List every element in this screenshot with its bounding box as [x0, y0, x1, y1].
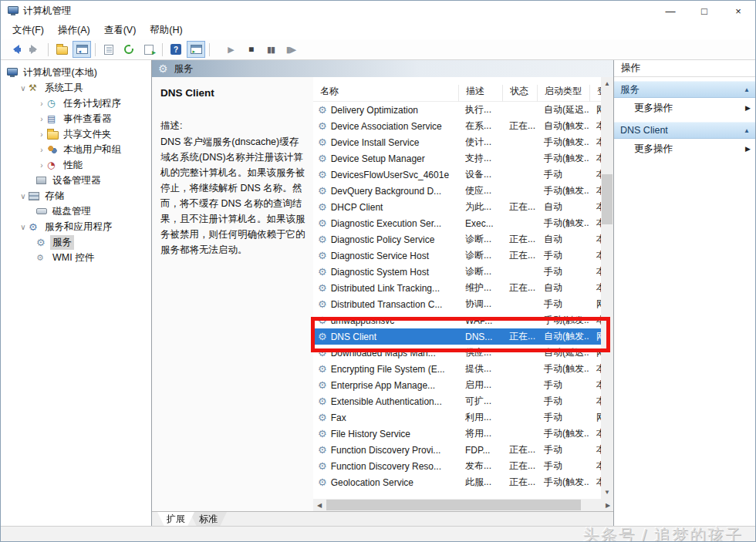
service-row[interactable]: ⚙Distributed Transaction C...协调...手动网 — [313, 296, 601, 312]
column-header-4[interactable]: 登录为 — [589, 85, 601, 102]
restart-service-button[interactable]: ▮▶ — [282, 41, 300, 58]
back-button[interactable] — [5, 41, 24, 58]
service-row[interactable]: ⚙Device Association Service在系...正在...自动(… — [313, 118, 601, 134]
toggle-action-pane-button[interactable]: ▸ — [187, 41, 205, 58]
menu-item-3[interactable]: 帮助(H) — [143, 22, 189, 39]
refresh-button[interactable] — [120, 41, 138, 58]
vertical-scrollbar-thumb[interactable] — [602, 174, 613, 224]
toolbar-separator — [48, 43, 49, 56]
minimize-button[interactable]: — — [653, 1, 687, 21]
toggle-console-tree-button[interactable]: ◂ — [73, 41, 91, 58]
column-header-3[interactable]: 启动类型 — [537, 85, 589, 102]
open-folder-button[interactable] — [52, 41, 71, 58]
toolbar-separator — [162, 43, 163, 56]
tree-item-icon: ◔ — [47, 160, 61, 170]
menu-item-0[interactable]: 文件(F) — [5, 22, 51, 39]
sidebar-item-5[interactable]: ›本地用户和组 — [36, 142, 123, 157]
scroll-down-icon[interactable]: ▼ — [601, 486, 613, 499]
service-row[interactable]: ⚙Diagnostic Service Host诊断...正在...手动本 — [313, 247, 601, 264]
service-name: Diagnostic Policy Service — [331, 234, 435, 245]
column-header-1[interactable]: 描述 — [458, 85, 502, 102]
sidebar-item-12[interactable]: ⚙WMI 控件 — [36, 250, 96, 265]
service-row[interactable]: ⚙Encrypting File System (E...提供...手动(触发.… — [313, 361, 601, 377]
stop-service-button[interactable]: ■ — [241, 41, 260, 58]
tree-item-label: 事件查看器 — [61, 112, 114, 126]
sidebar-item-1[interactable]: ∨⚒系统工具 — [18, 80, 86, 96]
service-startup-cell: 手动 — [537, 168, 589, 181]
column-header-0[interactable]: 名称^ — [313, 85, 458, 102]
service-row[interactable]: ⚙Diagnostic Execution Ser...Exec...手动(触发… — [313, 215, 601, 231]
service-row[interactable]: ⚙DevQuery Background D...使应...手动(触发...本 — [313, 183, 601, 199]
sidebar-item-7[interactable]: 设备管理器 — [36, 173, 103, 188]
chevron-down-icon[interactable]: ∨ — [18, 84, 29, 93]
pause-service-button[interactable]: ▮▮ — [262, 41, 280, 58]
chevron-right-icon[interactable]: › — [36, 115, 47, 123]
sidebar-item-3[interactable]: ›▤事件查看器 — [36, 111, 114, 126]
service-row[interactable]: ⚙Downloaded Maps Man...供应...自动(延迟...网 — [313, 345, 601, 361]
export-list-button[interactable] — [140, 41, 158, 58]
maximize-button[interactable]: □ — [687, 1, 721, 21]
column-header-2[interactable]: 状态 — [502, 85, 537, 102]
service-row[interactable]: ⚙Geolocation Service此服...正在...手动(触发...本 — [313, 474, 601, 490]
properties-button[interactable] — [100, 41, 118, 58]
service-name: DevicesFlowUserSvc_4601e — [331, 170, 449, 180]
service-desc-cell: 协调... — [458, 298, 502, 311]
service-row[interactable]: ⚙Function Discovery Reso...发布...正在...手动本 — [313, 458, 601, 474]
service-row[interactable]: ⚙dmwappushsvcWAP...手动(触发...本 — [313, 312, 601, 328]
service-row[interactable]: ⚙Device Setup Manager支持...手动(触发...本 — [313, 150, 601, 167]
chevron-down-icon[interactable]: ∨ — [18, 223, 29, 231]
horizontal-scrollbar-thumb[interactable] — [326, 500, 581, 510]
start-service-button[interactable]: ▶ — [221, 41, 240, 58]
chevron-right-icon[interactable]: › — [36, 99, 47, 108]
service-row[interactable]: ⚙File History Service将用...手动(触发...本 — [313, 426, 601, 442]
services-pane: ⚙ 服务 DNS Client 描述: DNS 客户端服务(dnscache)缓… — [152, 60, 614, 526]
collapse-icon[interactable]: ▲ — [744, 127, 750, 134]
service-row[interactable]: ⚙Function Discovery Provi...FDP...正在...手… — [313, 442, 601, 458]
menu-item-2[interactable]: 查看(V) — [97, 22, 143, 39]
stop-icon: ■ — [248, 44, 253, 55]
collapse-icon[interactable]: ▲ — [744, 86, 750, 93]
menu-item-1[interactable]: 操作(A) — [51, 22, 97, 39]
close-button[interactable]: × — [721, 1, 755, 21]
sidebar-item-11[interactable]: ⚙服务 — [36, 234, 74, 250]
service-status-cell: 正在... — [502, 476, 537, 489]
scroll-up-icon[interactable]: ▲ — [601, 77, 613, 90]
sidebar-item-6[interactable]: ›◔性能 — [36, 157, 85, 173]
sidebar-item-4[interactable]: ›共享文件夹 — [36, 126, 114, 142]
more-actions-item[interactable]: 更多操作▶ — [614, 139, 756, 159]
chevron-right-icon[interactable]: › — [36, 130, 47, 139]
action-section-header-0[interactable]: 服务▲ — [614, 81, 756, 98]
service-list-header: 名称^描述状态启动类型登录为 — [313, 77, 601, 102]
sidebar-item-10[interactable]: ∨⚙服务和应用程序 — [18, 219, 115, 234]
service-row[interactable]: ⚙Enterprise App Manage...启用...手动本 — [313, 377, 601, 393]
help-button[interactable]: ? — [167, 41, 185, 58]
scroll-left-icon[interactable]: ◀ — [313, 499, 326, 511]
service-row[interactable]: ⚙Diagnostic Policy Service诊断...正在...自动本 — [313, 231, 601, 247]
tab-standard[interactable]: 标准 — [190, 512, 227, 526]
more-actions-item[interactable]: 更多操作▶ — [614, 98, 756, 118]
sidebar-item-8[interactable]: ∨存储 — [18, 188, 66, 204]
service-row[interactable]: ⚙DevicesFlowUserSvc_4601e设备...手动本 — [313, 167, 601, 183]
service-row[interactable]: ⚙DHCP Client为此...正在...自动本 — [313, 199, 601, 215]
service-row[interactable]: ⚙Extensible Authentication...可扩...手动本 — [313, 393, 601, 409]
chevron-down-icon[interactable]: ∨ — [18, 192, 29, 200]
chevron-right-icon[interactable]: › — [36, 146, 47, 154]
service-row[interactable]: ⚙DNS ClientDNS...正在...自动(触发...网 — [313, 328, 601, 345]
sidebar-item-2[interactable]: ›◷任务计划程序 — [36, 96, 123, 111]
service-row[interactable]: ⚙Diagnostic System Host诊断...手动本 — [313, 264, 601, 280]
service-row[interactable]: ⚙Fax利用...手动网 — [313, 409, 601, 426]
service-row[interactable]: ⚙Distributed Link Tracking...维护...正在...自… — [313, 280, 601, 296]
sidebar-item-0[interactable]: 计算机管理(本地) — [7, 65, 100, 80]
tab-extended[interactable]: 扩展 — [157, 512, 194, 526]
service-row[interactable]: ⚙Delivery Optimization执行...自动(延迟...网 — [313, 102, 601, 118]
window-play-icon: ▸ — [191, 45, 202, 54]
horizontal-scrollbar[interactable]: ◀ ▶ — [313, 499, 614, 511]
chevron-right-icon[interactable]: › — [36, 161, 47, 170]
scroll-right-icon[interactable]: ▶ — [602, 499, 614, 511]
forward-button[interactable] — [25, 41, 44, 58]
service-row[interactable]: ⚙Device Install Service使计...手动(触发...本 — [313, 134, 601, 150]
sidebar-item-9[interactable]: 磁盘管理 — [36, 204, 93, 219]
action-section-header-1[interactable]: DNS Client▲ — [614, 122, 756, 139]
service-name-cell: ⚙DNS Client — [313, 332, 458, 342]
vertical-scrollbar[interactable]: ▲ ▼ — [601, 77, 613, 499]
